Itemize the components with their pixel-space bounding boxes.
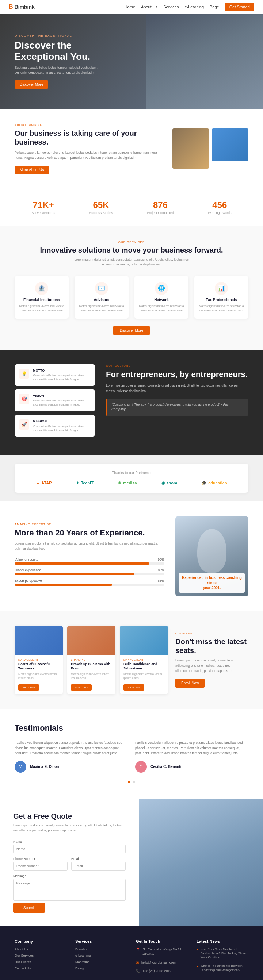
footer-news-item-2: ● What Is The Difference Between Leaders…	[196, 964, 249, 974]
progress-results-bar	[14, 562, 164, 565]
author-name-2: Cecilia C. Benanti	[150, 765, 181, 769]
courses-top-cards: Management Secret of Successful Teamwork…	[14, 625, 168, 694]
stat-members-label: Active Members	[32, 211, 56, 215]
news-bullet-2: ●	[196, 965, 198, 968]
footer-link-about[interactable]: About Us	[14, 947, 67, 952]
footer-company: Company About Us Our Services Our Client…	[14, 939, 67, 977]
partner-educatico: 🎓 educatico	[202, 481, 227, 485]
course-title-teamwork: Secret of Successful Teamwork	[18, 662, 59, 670]
dot-2[interactable]	[133, 781, 135, 783]
vision-desc: Venenatis efficitur consequat nunc risus…	[33, 399, 91, 407]
courses-promo: COURSES Don't miss the latest seats. Lor…	[175, 625, 249, 694]
footer-link-clients[interactable]: Our Clients	[14, 960, 67, 965]
footer-link-contact[interactable]: Contact Us	[14, 966, 67, 971]
motto-desc: Venenatis efficitur consequat nunc risus…	[33, 373, 91, 382]
footer-contact-title: Get In Touch	[136, 939, 188, 943]
nav-page[interactable]: Page	[210, 5, 219, 9]
stat-members: 71K+ Active Members	[32, 200, 56, 215]
testimonials-section: Testimonials Facilisis vestibulum alique…	[0, 709, 263, 799]
testimonial-author-2: C Cecilia C. Benanti	[135, 761, 249, 773]
progress-results-fill	[14, 562, 150, 565]
name-group: Name	[13, 840, 126, 853]
course-btn-teamwork[interactable]: Join Class	[18, 684, 39, 690]
course-image-confidence	[120, 625, 168, 655]
course-btn-brand[interactable]: Join Class	[71, 684, 92, 690]
stat-projects-num: 876	[147, 200, 174, 210]
nav-home[interactable]: Home	[124, 5, 135, 9]
expertise-person-silhouette	[197, 529, 226, 573]
culture-card-vision: 🎯 VISION Venenatis efficitur consequat n…	[14, 390, 95, 411]
partner-atap-icon: ▲	[36, 481, 40, 485]
contact-row: Phone Number Email	[13, 857, 126, 870]
progress-expert: Expert perspective 65%	[14, 579, 164, 586]
partner-spora: ◉ spora	[161, 481, 177, 485]
vision-text: VISION Venenatis efficitur consequat nun…	[33, 394, 91, 407]
course-body-teamwork: Management Secret of Successful Teamwork…	[14, 655, 63, 694]
progress-global-label: Global experience	[14, 568, 41, 572]
quote-form-area: Get a Free Quote Lorem ipsum dolor sit a…	[0, 799, 139, 926]
service-card-tax: 📊 Tax Professionals Mattis dignissim viv…	[194, 276, 249, 319]
expertise-label: AMAZING EXPERTISE	[14, 523, 164, 526]
service-card-advisors: ✉️ Advisors Mattis dignissim viverra nis…	[75, 276, 129, 319]
footer-service-branding[interactable]: Branding	[75, 947, 127, 952]
progress-global-fill	[14, 573, 134, 575]
nav-get-started-button[interactable]: Get Started	[225, 3, 254, 11]
services-heading: Innovative solutions to move your busine…	[14, 246, 249, 255]
service-title-financial: Financial Institutions	[19, 298, 64, 302]
expertise-description: Lorem ipsum dolor sit amet, consectetur …	[14, 541, 164, 552]
vision-title: VISION	[33, 394, 91, 398]
courses-section: Management Secret of Successful Teamwork…	[0, 611, 263, 709]
progress-global-bar	[14, 573, 164, 575]
course-image-brand	[67, 625, 115, 655]
testimonials-dots	[14, 778, 249, 784]
nav-about[interactable]: About Us	[141, 5, 158, 9]
name-input[interactable]	[13, 845, 126, 853]
about-label: ABOUT BIMBINK	[14, 123, 164, 127]
nav-elearning[interactable]: e-Learning	[185, 5, 204, 9]
stat-success-num: 65K	[89, 200, 113, 210]
avatar-1: M	[14, 761, 26, 773]
quote-heading: Get a Free Quote	[13, 812, 126, 821]
course-btn-confidence[interactable]: Join Class	[123, 684, 144, 690]
service-card-network: 🌐 Network Mattis dignissim viverra nisi …	[134, 276, 188, 319]
footer-news: Latest News ● Need Your Team Members to …	[196, 939, 249, 977]
footer-grid: Company About Us Our Services Our Client…	[14, 939, 249, 977]
footer-service-design[interactable]: Design	[75, 966, 127, 971]
footer-email-text: hello@yourdomain.com	[141, 960, 176, 965]
email-input[interactable]	[71, 862, 126, 870]
partners-section: Thanks to our Partners : ▲ ATAP ✦ TechIT…	[0, 455, 263, 501]
about-image-meeting	[212, 129, 249, 161]
footer-address: 📍 Jln Cempaka Wangi No 22, Jakarta.	[136, 947, 188, 958]
logo-text: Bimbink	[14, 4, 35, 10]
expertise-section: AMAZING EXPERTISE More than 20 Years of …	[0, 501, 263, 611]
nav-services[interactable]: Services	[163, 5, 179, 9]
services-discover-button[interactable]: Discover More	[113, 326, 150, 335]
submit-button[interactable]: Submit	[13, 903, 45, 913]
progress-global-pct: 80%	[158, 568, 164, 572]
service-title-tax: Tax Professionals	[199, 298, 244, 302]
courses-label: COURSES	[175, 632, 249, 635]
author-info-2: Cecilia C. Benanti	[150, 765, 181, 769]
message-textarea[interactable]	[13, 879, 126, 901]
course-title-confidence: Build Confidence and Self-esteem	[123, 662, 164, 670]
footer-company-title: Company	[14, 939, 67, 943]
courses-enroll-button[interactable]: Enroll Now	[175, 679, 204, 688]
service-desc-financial: Mattis dignissim viverra nisi vitae a ma…	[19, 304, 64, 313]
footer-service-marketing[interactable]: Marketing	[75, 960, 127, 965]
footer-email: ✉ hello@yourdomain.com	[136, 960, 188, 967]
about-more-button[interactable]: More About Us	[14, 166, 49, 174]
location-icon: 📍	[136, 948, 140, 951]
dot-1[interactable]	[128, 781, 130, 783]
stat-success-label: Success Stories	[89, 211, 113, 215]
course-title-brand: Growth up Business with Brand	[71, 662, 112, 670]
hero-small-label: Discover the Exceptional	[14, 34, 102, 38]
progress-expert-label: Expert perspective	[14, 579, 42, 582]
message-group: Message	[13, 874, 126, 901]
footer-service-elearning[interactable]: e-Learning	[75, 953, 127, 958]
about-heading: Our business is taking care of your busi…	[14, 129, 164, 146]
quote-section: Get a Free Quote Lorem ipsum dolor sit a…	[0, 799, 263, 926]
footer-link-services[interactable]: Our Services	[14, 953, 67, 958]
hero-discover-button[interactable]: Discover More	[14, 80, 48, 89]
culture-section: 💡 MOTTO Venenatis efficitur consequat nu…	[0, 350, 263, 455]
phone-input[interactable]	[13, 862, 68, 870]
